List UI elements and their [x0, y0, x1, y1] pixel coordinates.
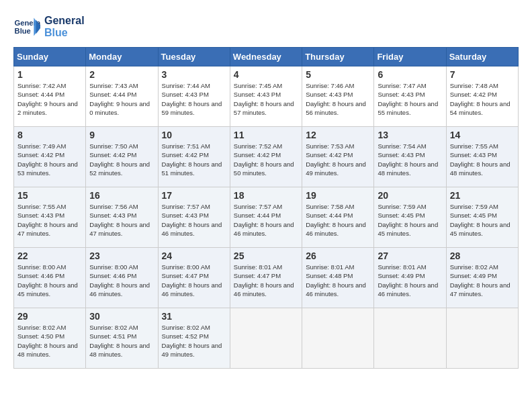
day-info: Sunrise: 8:02 AM Sunset: 4:49 PM Dayligh…: [450, 263, 515, 298]
day-number: 14: [450, 130, 515, 140]
header-day-friday: Friday: [374, 48, 446, 66]
day-info: Sunrise: 7:44 AM Sunset: 4:43 PM Dayligh…: [162, 81, 226, 117]
day-number: 1: [17, 69, 82, 80]
week-row-1: 1 Sunrise: 7:42 AM Sunset: 4:44 PM Dayli…: [14, 66, 519, 127]
day-number: 23: [89, 250, 154, 261]
calendar-cell: 28 Sunrise: 8:02 AM Sunset: 4:49 PM Dayl…: [446, 248, 518, 308]
day-number: 27: [378, 250, 442, 261]
day-number: 25: [234, 250, 298, 261]
day-number: 12: [306, 130, 370, 140]
week-row-3: 15 Sunrise: 7:55 AM Sunset: 4:43 PM Dayl…: [14, 187, 519, 248]
day-number: 28: [450, 250, 515, 261]
logo-icon: General Blue: [13, 13, 40, 40]
day-number: 18: [234, 190, 298, 201]
day-number: 21: [450, 190, 515, 201]
day-info: Sunrise: 8:01 AM Sunset: 4:49 PM Dayligh…: [378, 263, 442, 298]
calendar-cell: [230, 308, 302, 369]
calendar-cell: 26 Sunrise: 8:01 AM Sunset: 4:48 PM Dayl…: [302, 248, 374, 308]
day-info: Sunrise: 7:57 AM Sunset: 4:44 PM Dayligh…: [234, 202, 298, 238]
logo: General Blue General Blue: [13, 13, 85, 40]
day-info: Sunrise: 8:02 AM Sunset: 4:50 PM Dayligh…: [17, 323, 82, 359]
calendar-cell: 23 Sunrise: 8:00 AM Sunset: 4:46 PM Dayl…: [86, 248, 158, 308]
day-number: 16: [89, 190, 154, 201]
calendar-cell: 4 Sunrise: 7:45 AM Sunset: 4:43 PM Dayli…: [230, 66, 302, 127]
calendar-cell: 13 Sunrise: 7:54 AM Sunset: 4:43 PM Dayl…: [374, 127, 446, 187]
header: General Blue General Blue: [13, 13, 519, 40]
calendar-cell: 21 Sunrise: 7:59 AM Sunset: 4:45 PM Dayl…: [446, 187, 518, 248]
day-number: 9: [89, 130, 154, 140]
calendar-cell: 6 Sunrise: 7:47 AM Sunset: 4:43 PM Dayli…: [374, 66, 446, 127]
day-info: Sunrise: 7:47 AM Sunset: 4:43 PM Dayligh…: [378, 81, 442, 117]
header-day-thursday: Thursday: [302, 48, 374, 66]
day-info: Sunrise: 8:02 AM Sunset: 4:52 PM Dayligh…: [162, 323, 226, 359]
logo-text-line2: Blue: [44, 27, 85, 39]
svg-text:Blue: Blue: [15, 27, 31, 35]
header-day-monday: Monday: [86, 48, 158, 66]
calendar-cell: 7 Sunrise: 7:48 AM Sunset: 4:42 PM Dayli…: [446, 66, 518, 127]
day-number: 17: [162, 190, 226, 201]
calendar-cell: 2 Sunrise: 7:43 AM Sunset: 4:44 PM Dayli…: [86, 66, 158, 127]
day-info: Sunrise: 7:45 AM Sunset: 4:43 PM Dayligh…: [234, 81, 298, 117]
calendar-cell: 20 Sunrise: 7:59 AM Sunset: 4:45 PM Dayl…: [374, 187, 446, 248]
day-info: Sunrise: 7:48 AM Sunset: 4:42 PM Dayligh…: [450, 81, 515, 117]
day-info: Sunrise: 7:53 AM Sunset: 4:42 PM Dayligh…: [306, 142, 370, 177]
day-info: Sunrise: 8:00 AM Sunset: 4:46 PM Dayligh…: [89, 263, 154, 298]
day-info: Sunrise: 7:59 AM Sunset: 4:45 PM Dayligh…: [450, 202, 515, 238]
day-info: Sunrise: 7:42 AM Sunset: 4:44 PM Dayligh…: [17, 81, 82, 117]
calendar-cell: 8 Sunrise: 7:49 AM Sunset: 4:42 PM Dayli…: [14, 127, 86, 187]
day-number: 13: [378, 130, 442, 140]
day-number: 31: [162, 311, 226, 322]
calendar-cell: [302, 308, 374, 369]
day-number: 2: [89, 69, 154, 80]
day-number: 20: [378, 190, 442, 201]
calendar-cell: 29 Sunrise: 8:02 AM Sunset: 4:50 PM Dayl…: [14, 308, 86, 369]
day-info: Sunrise: 8:01 AM Sunset: 4:48 PM Dayligh…: [306, 263, 370, 298]
day-info: Sunrise: 7:51 AM Sunset: 4:42 PM Dayligh…: [162, 142, 226, 177]
day-info: Sunrise: 7:55 AM Sunset: 4:43 PM Dayligh…: [450, 142, 515, 177]
day-info: Sunrise: 7:49 AM Sunset: 4:42 PM Dayligh…: [17, 142, 82, 177]
calendar-cell: 30 Sunrise: 8:02 AM Sunset: 4:51 PM Dayl…: [86, 308, 158, 369]
day-info: Sunrise: 7:56 AM Sunset: 4:43 PM Dayligh…: [89, 202, 154, 238]
calendar-cell: 12 Sunrise: 7:53 AM Sunset: 4:42 PM Dayl…: [302, 127, 374, 187]
calendar-cell: 15 Sunrise: 7:55 AM Sunset: 4:43 PM Dayl…: [14, 187, 86, 248]
calendar-cell: [446, 308, 518, 369]
calendar-cell: [374, 308, 446, 369]
day-info: Sunrise: 7:54 AM Sunset: 4:43 PM Dayligh…: [378, 142, 442, 177]
day-info: Sunrise: 7:46 AM Sunset: 4:43 PM Dayligh…: [306, 81, 370, 117]
day-info: Sunrise: 8:01 AM Sunset: 4:47 PM Dayligh…: [234, 263, 298, 298]
day-number: 4: [234, 69, 298, 80]
day-info: Sunrise: 7:52 AM Sunset: 4:42 PM Dayligh…: [234, 142, 298, 177]
day-number: 5: [306, 69, 370, 80]
calendar-cell: 9 Sunrise: 7:50 AM Sunset: 4:42 PM Dayli…: [86, 127, 158, 187]
calendar-cell: 5 Sunrise: 7:46 AM Sunset: 4:43 PM Dayli…: [302, 66, 374, 127]
day-number: 10: [162, 130, 226, 140]
day-number: 6: [378, 69, 442, 80]
calendar-cell: 17 Sunrise: 7:57 AM Sunset: 4:43 PM Dayl…: [158, 187, 230, 248]
day-number: 29: [17, 311, 82, 322]
calendar-cell: 14 Sunrise: 7:55 AM Sunset: 4:43 PM Dayl…: [446, 127, 518, 187]
day-info: Sunrise: 8:00 AM Sunset: 4:47 PM Dayligh…: [162, 263, 226, 298]
week-row-4: 22 Sunrise: 8:00 AM Sunset: 4:46 PM Dayl…: [14, 248, 519, 308]
day-info: Sunrise: 7:55 AM Sunset: 4:43 PM Dayligh…: [17, 202, 82, 238]
logo-text-line1: General: [44, 15, 85, 27]
calendar-cell: 31 Sunrise: 8:02 AM Sunset: 4:52 PM Dayl…: [158, 308, 230, 369]
header-day-wednesday: Wednesday: [230, 48, 302, 66]
calendar-cell: 16 Sunrise: 7:56 AM Sunset: 4:43 PM Dayl…: [86, 187, 158, 248]
day-number: 24: [162, 250, 226, 261]
day-number: 15: [17, 190, 82, 201]
calendar-cell: 22 Sunrise: 8:00 AM Sunset: 4:46 PM Dayl…: [14, 248, 86, 308]
calendar-cell: 11 Sunrise: 7:52 AM Sunset: 4:42 PM Dayl…: [230, 127, 302, 187]
day-number: 8: [17, 130, 82, 140]
day-info: Sunrise: 7:43 AM Sunset: 4:44 PM Dayligh…: [89, 81, 154, 117]
header-day-saturday: Saturday: [446, 48, 518, 66]
day-number: 7: [450, 69, 515, 80]
day-number: 19: [306, 190, 370, 201]
calendar-cell: 18 Sunrise: 7:57 AM Sunset: 4:44 PM Dayl…: [230, 187, 302, 248]
day-number: 22: [17, 250, 82, 261]
header-day-tuesday: Tuesday: [158, 48, 230, 66]
calendar-cell: 19 Sunrise: 7:58 AM Sunset: 4:44 PM Dayl…: [302, 187, 374, 248]
week-row-2: 8 Sunrise: 7:49 AM Sunset: 4:42 PM Dayli…: [14, 127, 519, 187]
calendar-cell: 27 Sunrise: 8:01 AM Sunset: 4:49 PM Dayl…: [374, 248, 446, 308]
calendar-cell: 25 Sunrise: 8:01 AM Sunset: 4:47 PM Dayl…: [230, 248, 302, 308]
header-day-sunday: Sunday: [14, 48, 86, 66]
